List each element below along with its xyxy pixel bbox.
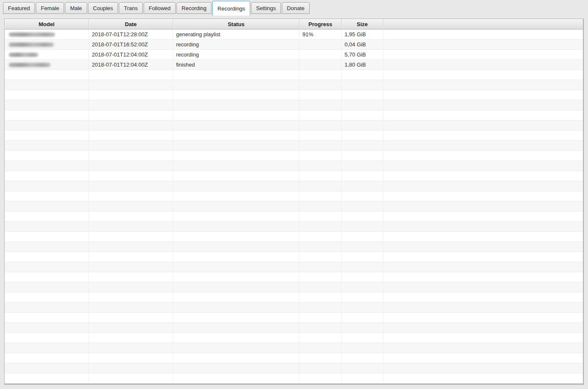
cell-filler <box>383 303 583 312</box>
cell-size <box>342 242 383 252</box>
cell-model <box>5 222 89 231</box>
cell-model <box>5 292 89 302</box>
cell-date <box>89 323 173 333</box>
cell-date <box>89 90 173 100</box>
cell-size <box>342 212 383 221</box>
cell-status <box>173 303 299 312</box>
tab-male[interactable]: Male <box>65 2 87 14</box>
tab-settings[interactable]: Settings <box>251 2 281 14</box>
cell-filler <box>383 201 583 211</box>
tab-followed[interactable]: Followed <box>144 2 176 14</box>
cell-progress <box>299 191 342 201</box>
column-header-progress[interactable]: Progress <box>299 19 342 29</box>
cell-progress <box>299 50 342 59</box>
cell-filler <box>383 262 583 272</box>
column-header-size[interactable]: Size <box>342 19 383 29</box>
cell-progress <box>299 151 342 161</box>
cell-progress <box>299 222 342 231</box>
cell-date <box>89 70 173 80</box>
cell-date <box>89 110 173 120</box>
table-row[interactable]: 2018-07-01T12:04:00Zrecording5,70 GiB <box>5 50 583 60</box>
tab-trans[interactable]: Trans <box>119 2 143 14</box>
cell-date <box>89 262 173 272</box>
cell-size <box>342 252 383 262</box>
cell-progress <box>299 262 342 272</box>
cell-progress <box>299 110 342 120</box>
cell-date <box>89 363 173 373</box>
cell-size <box>342 100 383 110</box>
tab-donate[interactable]: Donate <box>282 2 310 14</box>
cell-status <box>173 80 299 90</box>
cell-date <box>89 353 173 363</box>
cell-date <box>89 282 173 292</box>
cell-size: 1,80 GiB <box>342 60 383 70</box>
cell-size <box>342 323 383 333</box>
cell-size: 5,70 GiB <box>342 50 383 59</box>
cell-progress <box>299 181 342 191</box>
redacted-model-name <box>9 32 55 37</box>
table-row-empty <box>5 242 583 252</box>
tab-recording[interactable]: Recording <box>176 2 211 14</box>
cell-filler <box>383 161 583 171</box>
cell-status <box>173 262 299 272</box>
cell-model <box>5 343 89 353</box>
cell-date <box>89 131 173 140</box>
table-row[interactable]: 2018-07-01T16:52:00Zrecording0,04 GiB <box>5 40 583 50</box>
column-header-status[interactable]: Status <box>173 19 299 29</box>
cell-status <box>173 201 299 211</box>
tab-couples[interactable]: Couples <box>88 2 118 14</box>
cell-size <box>342 181 383 191</box>
cell-size <box>342 161 383 171</box>
cell-date <box>89 222 173 231</box>
cell-progress <box>299 353 342 363</box>
cell-date <box>89 313 173 322</box>
cell-progress <box>299 242 342 252</box>
table-row-empty <box>5 212 583 222</box>
cell-date <box>89 242 173 252</box>
cell-size <box>342 282 383 292</box>
table-row[interactable]: 2018-07-01T12:28:00Zgenerating playlist9… <box>5 30 583 40</box>
tab-recordings[interactable]: Recordings <box>212 1 250 16</box>
cell-progress <box>299 363 342 373</box>
cell-filler <box>383 343 583 353</box>
cell-size <box>342 333 383 343</box>
cell-filler <box>383 333 583 343</box>
cell-size <box>342 70 383 80</box>
cell-filler <box>383 363 583 373</box>
table-row[interactable]: 2018-07-01T12:04:00Zfinished1,80 GiB <box>5 60 583 70</box>
tab-female[interactable]: Female <box>36 2 64 14</box>
cell-progress <box>299 232 342 241</box>
cell-size <box>342 343 383 353</box>
cell-date <box>89 303 173 312</box>
cell-status <box>173 222 299 231</box>
column-header-model[interactable]: Model <box>5 19 89 29</box>
table-row-empty <box>5 80 583 90</box>
cell-date <box>89 343 173 353</box>
table-header-row: Model Date Status Progress Size <box>5 19 583 30</box>
cell-progress <box>299 80 342 90</box>
table-row-empty <box>5 272 583 282</box>
table-body: 2018-07-01T12:28:00Zgenerating playlist9… <box>5 30 583 384</box>
tab-featured[interactable]: Featured <box>3 2 35 14</box>
table-row-empty <box>5 343 583 353</box>
cell-status <box>173 363 299 373</box>
column-header-date[interactable]: Date <box>89 19 173 29</box>
cell-size <box>342 201 383 211</box>
cell-filler <box>383 80 583 90</box>
cell-model <box>5 282 89 292</box>
cell-size <box>342 171 383 181</box>
cell-model <box>5 100 89 110</box>
cell-date <box>89 201 173 211</box>
table-row-empty <box>5 70 583 80</box>
table-row-empty <box>5 201 583 212</box>
cell-model <box>5 252 89 262</box>
cell-date <box>89 100 173 110</box>
cell-model <box>5 323 89 333</box>
cell-model <box>5 80 89 90</box>
cell-filler <box>383 373 583 383</box>
cell-filler <box>383 353 583 363</box>
cell-date <box>89 80 173 90</box>
cell-filler <box>383 60 583 70</box>
cell-date <box>89 333 173 343</box>
cell-model <box>5 181 89 191</box>
